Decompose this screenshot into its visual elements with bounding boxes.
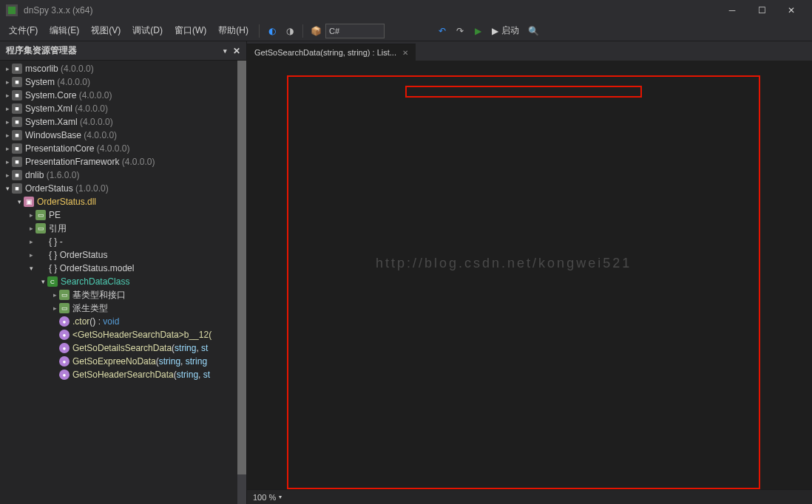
forward-icon[interactable]: ◑ bbox=[282, 23, 298, 39]
expand-icon[interactable] bbox=[27, 225, 35, 232]
code-editor[interactable]: http://blog.csdn.net/kongwei521 bbox=[287, 61, 812, 489]
asm-icon: ■ bbox=[12, 103, 22, 114]
tree-item[interactable]: ●<GetSoHeaderSearchData>b__12( bbox=[0, 328, 246, 341]
tree-item[interactable]: { } OrderStatus.model bbox=[0, 262, 246, 275]
assembly-tree[interactable]: ■mscorlib (4.0.0.0)■System (4.0.0.0)■Sys… bbox=[0, 61, 246, 504]
tree-item-label: System.Core (4.0.0.0) bbox=[25, 90, 112, 101]
tree-item[interactable]: ▭PE bbox=[0, 208, 246, 222]
play-icon[interactable]: ▶ bbox=[470, 23, 486, 39]
tree-scrollbar[interactable] bbox=[237, 61, 246, 504]
tree-item-label: WindowsBase (4.0.0.0) bbox=[25, 130, 117, 140]
tree-item[interactable]: { } OrderStatus bbox=[0, 248, 246, 262]
expand-icon[interactable] bbox=[15, 198, 24, 205]
asm-icon: ■ bbox=[12, 77, 22, 87]
tree-item[interactable]: ●GetSoDetailsSearchData(string, st bbox=[0, 341, 246, 355]
tab-close-icon[interactable]: ✕ bbox=[402, 49, 408, 57]
expand-icon[interactable] bbox=[27, 265, 35, 272]
svg-rect-1 bbox=[8, 7, 16, 14]
menu-item[interactable]: 文件(F) bbox=[3, 22, 44, 38]
asm-icon: ■ bbox=[12, 64, 22, 74]
menu-item[interactable]: 视图(V) bbox=[85, 22, 126, 38]
method-icon: ● bbox=[59, 356, 70, 367]
assembly-icon[interactable]: 📦 bbox=[308, 23, 324, 39]
tree-item[interactable]: ●GetSoExpreeNoData(string, string bbox=[0, 355, 246, 368]
tree-item[interactable]: ▭引用 bbox=[0, 222, 246, 235]
method-icon: ● bbox=[59, 316, 70, 327]
expand-icon[interactable] bbox=[3, 65, 12, 72]
expand-icon[interactable] bbox=[3, 78, 12, 86]
tree-item[interactable]: ■dnlib (1.6.0.0) bbox=[0, 168, 246, 182]
tree-item[interactable]: ●GetSoHeaderSearchData(string, st bbox=[0, 368, 246, 381]
tree-item[interactable]: ■System.Xml (4.0.0.0) bbox=[0, 102, 246, 115]
expand-icon[interactable] bbox=[3, 92, 12, 99]
expand-icon[interactable] bbox=[3, 171, 12, 179]
fld-icon: ▭ bbox=[59, 303, 70, 313]
menu-item[interactable]: 调试(D) bbox=[126, 22, 169, 38]
expand-icon[interactable] bbox=[27, 211, 35, 219]
expand-icon[interactable] bbox=[27, 251, 35, 259]
panel-close-icon[interactable]: ✕ bbox=[233, 46, 240, 56]
tree-item[interactable]: ■OrderStatus (1.0.0.0) bbox=[0, 182, 246, 195]
zoom-level[interactable]: 100 % bbox=[253, 493, 276, 502]
maximize-icon[interactable]: ☐ bbox=[747, 1, 777, 19]
tree-item-label: { } OrderStatus.model bbox=[49, 263, 134, 273]
tree-item-label: PE bbox=[49, 210, 61, 220]
minimize-icon[interactable]: ─ bbox=[717, 1, 747, 19]
expand-icon[interactable] bbox=[3, 118, 12, 126]
tree-item-label: mscorlib (4.0.0.0) bbox=[25, 64, 94, 74]
line-gutter bbox=[247, 61, 287, 489]
asm-icon: ■ bbox=[12, 90, 22, 101]
ns-icon bbox=[35, 250, 46, 260]
tree-item-label: System (4.0.0.0) bbox=[25, 77, 90, 87]
asm-icon: ■ bbox=[12, 157, 22, 167]
run-button[interactable]: ▶ 启动 bbox=[487, 24, 524, 37]
tree-item-label: PresentationFramework (4.0.0.0) bbox=[25, 157, 155, 167]
asm-icon: ■ bbox=[12, 143, 22, 154]
expand-icon[interactable] bbox=[3, 185, 12, 192]
menu-item[interactable]: 帮助(H) bbox=[212, 22, 254, 38]
zoom-dropdown-icon[interactable]: ▾ bbox=[279, 494, 282, 500]
app-icon bbox=[6, 4, 18, 16]
expand-icon[interactable] bbox=[3, 105, 12, 112]
tree-item[interactable]: { } - bbox=[0, 235, 246, 248]
tree-item-label: PresentationCore (4.0.0.0) bbox=[25, 143, 129, 154]
tree-item[interactable]: ●.ctor() : void bbox=[0, 315, 246, 328]
tree-item[interactable]: ■PresentationCore (4.0.0.0) bbox=[0, 142, 246, 155]
tree-item[interactable]: ▭基类型和接口 bbox=[0, 288, 246, 302]
editor-tab[interactable]: GetSoSearchData(string, string) : List..… bbox=[247, 44, 416, 61]
search-icon[interactable]: 🔍 bbox=[525, 23, 541, 39]
tree-item-label: GetSoExpreeNoData(string, string bbox=[72, 356, 207, 367]
expand-icon[interactable] bbox=[3, 145, 12, 152]
tree-item-label: GetSoDetailsSearchData(string, st bbox=[72, 343, 208, 353]
tree-item[interactable]: ■mscorlib (4.0.0.0) bbox=[0, 62, 246, 75]
back-icon[interactable]: ◐ bbox=[264, 23, 280, 39]
cls-icon: C bbox=[47, 276, 58, 287]
tree-item[interactable]: ▭派生类型 bbox=[0, 302, 246, 315]
tree-item-label: { } OrderStatus bbox=[49, 250, 107, 260]
undo-icon[interactable]: ↶ bbox=[434, 23, 450, 39]
expand-icon[interactable] bbox=[50, 304, 59, 312]
tree-item[interactable]: ▣OrderStatus.dll bbox=[0, 195, 246, 208]
redo-icon[interactable]: ↷ bbox=[452, 23, 468, 39]
close-icon[interactable]: ✕ bbox=[777, 1, 806, 19]
expand-icon[interactable] bbox=[50, 291, 59, 299]
expand-icon[interactable] bbox=[38, 278, 47, 285]
tree-item[interactable]: CSearchDataClass bbox=[0, 275, 246, 288]
method-icon: ● bbox=[59, 370, 70, 380]
tree-item[interactable]: ■System.Core (4.0.0.0) bbox=[0, 89, 246, 102]
tree-item[interactable]: ■WindowsBase (4.0.0.0) bbox=[0, 129, 246, 142]
fld-icon: ▭ bbox=[59, 290, 70, 300]
expand-icon[interactable] bbox=[3, 132, 12, 139]
fld-icon: ▭ bbox=[35, 223, 46, 234]
panel-dropdown-icon[interactable]: ▾ bbox=[223, 47, 227, 55]
expand-icon[interactable] bbox=[27, 238, 35, 245]
expand-icon[interactable] bbox=[3, 158, 12, 166]
menu-item[interactable]: 窗口(W) bbox=[169, 22, 212, 38]
tree-item[interactable]: ■PresentationFramework (4.0.0.0) bbox=[0, 155, 246, 168]
menu-item[interactable]: 编辑(E) bbox=[44, 22, 85, 38]
tree-item[interactable]: ■System (4.0.0.0) bbox=[0, 75, 246, 89]
tree-item-label: { } - bbox=[49, 236, 63, 247]
tree-item-label: SearchDataClass bbox=[61, 276, 129, 287]
tree-item[interactable]: ■System.Xaml (4.0.0.0) bbox=[0, 115, 246, 129]
language-select[interactable] bbox=[325, 24, 385, 38]
